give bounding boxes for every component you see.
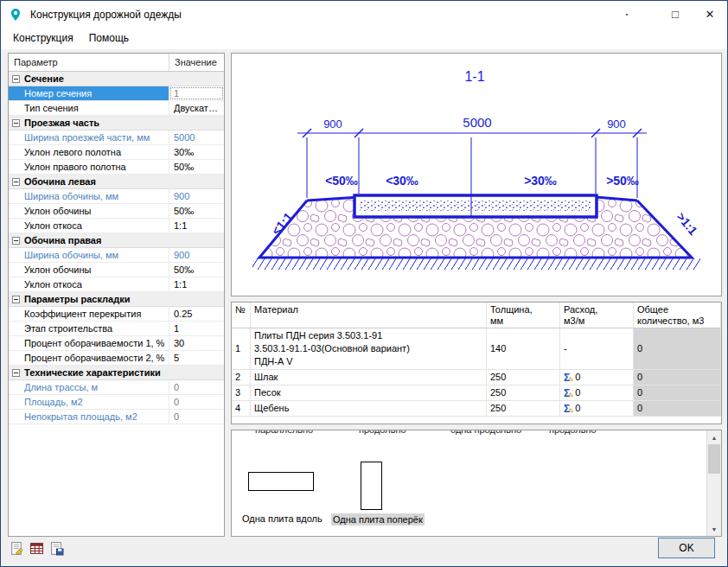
param-name[interactable]: Ширина обочины, мм — [9, 248, 169, 262]
param-value[interactable]: 50‰ — [169, 204, 224, 218]
param-name[interactable]: Уклон обочины — [9, 204, 169, 218]
minimize-button[interactable]: ▪ — [610, 1, 644, 28]
param-name[interactable]: Этап строительства — [9, 322, 169, 335]
collapse-icon[interactable] — [12, 237, 20, 245]
grid-section-row[interactable]: Параметры раскладки — [9, 292, 224, 307]
grid-section-row[interactable]: Обочина левая — [9, 175, 224, 189]
grid-row[interactable]: Уклон обочины50‰ — [9, 263, 224, 277]
param-value[interactable]: 1:1 — [169, 277, 224, 291]
material-row-number[interactable]: 1 — [232, 328, 251, 370]
scroll-down-icon[interactable]: ▼ — [707, 522, 721, 536]
material-row-number[interactable]: 4 — [232, 401, 251, 417]
scrollbar-thumb[interactable] — [708, 444, 720, 474]
param-value[interactable]: 0 — [169, 380, 224, 394]
grid-row[interactable]: Длина трассы, м0 — [9, 380, 224, 395]
material-thickness[interactable]: 250 — [487, 370, 560, 385]
material-row[interactable]: 2Шлак250Σ✎00 — [232, 370, 721, 385]
scroll-up-icon[interactable]: ▲ — [707, 430, 721, 444]
param-name[interactable]: Ширина проезжей части, мм — [9, 131, 169, 144]
param-name[interactable]: Процент оборачиваемости 1, % — [9, 336, 169, 350]
param-value[interactable]: 1:1 — [169, 219, 224, 233]
grid-row[interactable]: Номер сечения1 — [9, 86, 224, 101]
material-row[interactable]: 3Песок250Σ✎00 — [232, 385, 721, 401]
param-value[interactable]: 0 — [169, 395, 224, 409]
grid-section-row[interactable]: Проезжая часть — [9, 116, 224, 131]
collapse-icon[interactable] — [12, 119, 20, 127]
param-value[interactable]: 30 — [169, 336, 224, 350]
param-value[interactable]: 900 — [169, 248, 224, 262]
param-name[interactable]: Длина трассы, м — [9, 380, 169, 394]
param-name[interactable]: Уклон левого полотна — [9, 145, 169, 159]
collapse-icon[interactable] — [12, 75, 20, 83]
param-name[interactable]: Коэффициент перекрытия — [9, 307, 169, 321]
grid-row[interactable]: Этап строительства1 — [9, 322, 224, 336]
material-name[interactable]: Щебень — [251, 401, 487, 417]
material-consumption[interactable]: Σ✎0 — [560, 385, 634, 401]
material-row-number[interactable]: 3 — [232, 385, 251, 401]
param-name[interactable]: Уклон обочины — [9, 263, 169, 277]
param-value[interactable]: 1 — [169, 86, 224, 100]
grid-row[interactable]: Ширина обочины, мм900 — [9, 189, 224, 204]
document-save-button[interactable] — [49, 541, 64, 556]
material-thickness[interactable]: 250 — [487, 385, 560, 401]
sum-edit-icon[interactable]: Σ✎ — [564, 373, 570, 383]
material-consumption[interactable]: Σ✎0 — [560, 401, 634, 417]
close-button[interactable]: ✕ — [693, 1, 727, 28]
param-name[interactable]: Тип сечения — [9, 101, 169, 115]
sum-edit-icon[interactable]: Σ✎ — [564, 388, 570, 398]
layout-option-plate-across[interactable]: Одна плита поперёк — [331, 462, 411, 526]
param-value[interactable]: 50‰ — [169, 263, 224, 277]
material-consumption[interactable]: - — [560, 328, 634, 370]
param-name[interactable]: Непокрытая площадь, м2 — [9, 410, 169, 424]
param-name[interactable]: Номер сечения — [9, 86, 169, 100]
grid-row[interactable]: Процент оборачиваемости 1, %30 — [9, 336, 224, 351]
material-name[interactable]: Шлак — [251, 370, 487, 385]
material-row[interactable]: 1Плиты ПДН серия 3.503.1-913.503.1-91.1-… — [232, 328, 721, 370]
grid-row[interactable]: Уклон откоса1:1 — [9, 277, 224, 292]
material-name[interactable]: Плиты ПДН серия 3.503.1-913.503.1-91.1-0… — [251, 328, 487, 370]
param-value[interactable]: Двускат… — [169, 101, 224, 115]
grid-row[interactable]: Уклон левого полотна30‰ — [9, 145, 224, 160]
collapse-icon[interactable] — [12, 296, 20, 303]
grid-section-row[interactable]: Технические характеристики — [9, 366, 224, 380]
collapse-icon[interactable] — [12, 369, 20, 377]
document-edit-button[interactable] — [10, 541, 24, 556]
grid-row[interactable]: Уклон обочины50‰ — [9, 204, 224, 219]
param-value[interactable]: 5000 — [169, 131, 224, 144]
param-value[interactable]: 900 — [169, 189, 224, 203]
titlebar[interactable]: Конструкция дорожной одежды ▪ □ ✕ — [1, 1, 727, 28]
sum-edit-icon[interactable]: Σ✎ — [564, 404, 570, 414]
menu-item-construction[interactable]: Конструкция — [5, 29, 81, 48]
param-value[interactable]: 1 — [169, 322, 224, 335]
grid-row[interactable]: Тип сеченияДвускат… — [9, 101, 224, 116]
material-name[interactable]: Песок — [251, 385, 487, 401]
material-row[interactable]: 4Щебень250Σ✎00 — [232, 401, 721, 417]
grid-section-row[interactable]: Обочина правая — [9, 233, 224, 248]
grid-row[interactable]: Непокрытая площадь, м20 — [9, 410, 224, 424]
grid-row[interactable]: Уклон откоса1:1 — [9, 219, 224, 233]
material-thickness[interactable]: 140 — [487, 328, 560, 370]
spreadsheet-export-button[interactable] — [29, 541, 44, 556]
grid-row[interactable]: Ширина обочины, мм900 — [9, 248, 224, 263]
param-value[interactable]: 5 — [169, 351, 224, 365]
layout-option-plate-along[interactable]: Одна плита вдоль — [242, 472, 320, 524]
menu-item-help[interactable]: Помощь — [81, 29, 137, 48]
material-row-number[interactable]: 2 — [232, 370, 251, 385]
param-name[interactable]: Площадь, м2 — [9, 395, 169, 409]
param-name[interactable]: Уклон правого полотна — [9, 160, 169, 174]
param-name[interactable]: Уклон откоса — [9, 277, 169, 291]
param-value[interactable]: 0.25 — [169, 307, 224, 321]
collapse-icon[interactable] — [12, 178, 20, 186]
param-name[interactable]: Уклон откоса — [9, 219, 169, 233]
material-consumption[interactable]: Σ✎0 — [560, 370, 634, 385]
ok-button[interactable]: OK — [658, 538, 715, 558]
material-thickness[interactable]: 250 — [487, 401, 560, 417]
maximize-button[interactable]: □ — [658, 1, 693, 28]
grid-row[interactable]: Процент оборачиваемости 2, %5 — [9, 351, 224, 366]
param-value[interactable]: 50‰ — [169, 160, 224, 174]
param-value[interactable]: 30‰ — [169, 145, 224, 159]
param-name[interactable]: Ширина обочины, мм — [9, 189, 169, 203]
grid-row[interactable]: Площадь, м20 — [9, 395, 224, 410]
grid-section-row[interactable]: Сечение — [9, 72, 224, 86]
grid-row[interactable]: Ширина проезжей части, мм5000 — [9, 131, 224, 145]
